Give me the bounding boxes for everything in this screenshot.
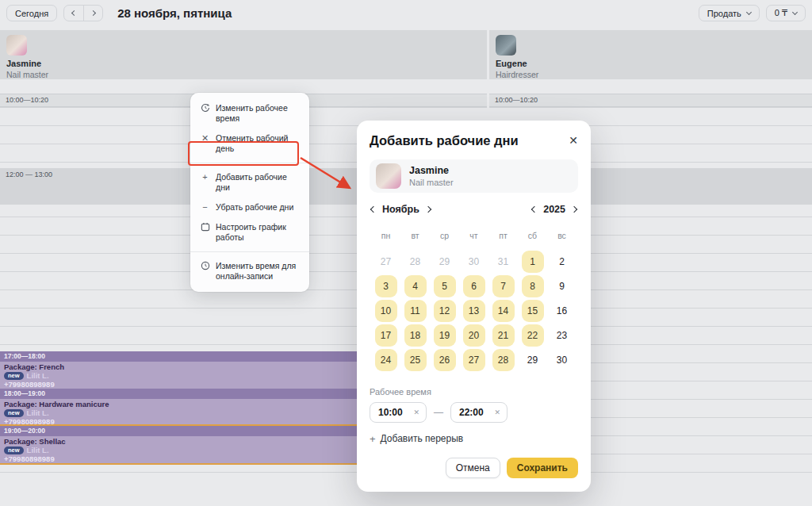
calendar-day[interactable]: 15 (522, 300, 544, 322)
calendar-day[interactable]: 7 (492, 275, 515, 297)
weekday-label: пн (381, 231, 390, 240)
calendar-day[interactable]: 17 (375, 324, 397, 347)
calendar-day[interactable]: 12 (434, 300, 456, 322)
start-time-input[interactable]: 10:00 ✕ (370, 402, 427, 423)
calendar-day[interactable]: 30 (463, 251, 485, 273)
save-button[interactable]: Сохранить (507, 458, 578, 478)
prev-month-icon[interactable] (370, 206, 377, 213)
month-label: Ноябрь (382, 204, 419, 215)
calendar-icon (200, 222, 210, 232)
calendar-day-label: 21 (498, 330, 508, 341)
weekday-header-row: пн вт ср чт пт сб вс (370, 231, 578, 240)
calendar-day[interactable]: 25 (404, 349, 427, 371)
calendar-day[interactable]: 5 (434, 275, 456, 297)
menu-item-add-working-days[interactable]: + Добавить рабочие дни (190, 167, 309, 197)
today-button[interactable]: Сегодня (6, 5, 57, 21)
end-time-value: 22:00 (459, 407, 484, 418)
schedule-context-menu: Изменить рабочее время ✕ Отменить рабочи… (190, 93, 309, 292)
modal-staff-info: Jasmine Nail master (409, 165, 454, 187)
weekday-label: сб (528, 231, 537, 240)
clear-icon[interactable]: ✕ (413, 408, 419, 416)
weekday-label: вт (411, 231, 419, 240)
plus-icon: + (370, 434, 376, 444)
calendar-day[interactable]: 23 (551, 324, 573, 347)
sell-button[interactable]: Продать (699, 5, 760, 21)
calendar-day-label: 2 (559, 256, 565, 267)
calendar-day[interactable]: 28 (404, 251, 427, 273)
chevron-left-icon (71, 10, 77, 16)
calendar-day[interactable]: 27 (463, 349, 485, 371)
topbar: Сегодня 28 ноября, пятница Продать 0 ₸ (0, 0, 812, 26)
calendar-day-label: 30 (469, 256, 479, 267)
calendar-day[interactable]: 9 (551, 275, 573, 297)
calendar-day[interactable]: 16 (551, 300, 573, 322)
staff-role: Nail master (409, 178, 454, 187)
menu-item-change-working-time[interactable]: Изменить рабочее время (190, 98, 309, 128)
calendar-day[interactable]: 29 (522, 349, 544, 371)
calendar-day-label: 27 (381, 256, 391, 267)
balance-label: 0 ₸ (775, 8, 787, 18)
calendar-day[interactable]: 28 (492, 349, 515, 371)
calendar-day-label: 14 (498, 305, 508, 316)
menu-item-label: Добавить рабочие дни (216, 172, 300, 193)
calendar-day[interactable]: 8 (522, 275, 544, 297)
calendar-day[interactable]: 22 (522, 324, 544, 347)
calendar-day[interactable]: 29 (434, 251, 456, 273)
calendar-day-label: 7 (500, 281, 506, 292)
status-badge: new (4, 372, 24, 380)
chevron-right-icon (90, 10, 96, 16)
close-icon[interactable]: ✕ (569, 135, 578, 146)
calendar-day[interactable]: 2 (551, 251, 573, 273)
calendar-day[interactable]: 4 (404, 275, 427, 297)
menu-item-change-online-booking-time[interactable]: Изменить время для онлайн-записи (190, 256, 309, 286)
calendar-day[interactable]: 18 (404, 324, 427, 347)
status-badge: new (4, 409, 24, 417)
staff-header-jasmine[interactable]: Jasmine Nail master (0, 30, 487, 79)
calendar-day-label: 1 (530, 256, 535, 267)
plus-icon: + (200, 172, 210, 182)
menu-item-remove-working-days[interactable]: − Убрать рабочие дни (190, 197, 309, 217)
annotation-highlight-box (188, 141, 299, 166)
calendar-day[interactable]: 20 (463, 324, 485, 347)
modal-title: Добавить рабочие дни (370, 133, 519, 148)
prev-day-button[interactable] (64, 6, 83, 21)
calendar-day-label: 22 (527, 330, 538, 341)
calendar-day[interactable]: 27 (375, 251, 397, 273)
calendar-day-label: 28 (498, 355, 508, 366)
avatar (496, 35, 516, 56)
minus-icon: − (200, 202, 210, 213)
calendar-day[interactable]: 31 (492, 251, 515, 273)
clear-icon[interactable]: ✕ (494, 408, 500, 416)
next-year-icon[interactable] (571, 206, 577, 213)
calendar-day[interactable]: 11 (404, 300, 427, 322)
calendar-navigation: Ноябрь 2025 (370, 203, 578, 216)
balance-button[interactable]: 0 ₸ (766, 5, 806, 21)
year-label: 2025 (543, 204, 565, 215)
next-month-icon[interactable] (425, 206, 431, 213)
calendar-day-label: 30 (557, 355, 567, 366)
menu-item-configure-schedule[interactable]: Настроить график работы (190, 217, 309, 247)
calendar-day[interactable]: 26 (434, 349, 456, 371)
end-time-input[interactable]: 22:00 ✕ (450, 402, 508, 423)
calendar-day[interactable]: 10 (375, 300, 397, 322)
calendar-day[interactable]: 3 (375, 275, 397, 297)
calendar-day[interactable]: 1 (522, 251, 544, 273)
staff-header-eugene[interactable]: Eugene Hairdresser (489, 30, 812, 79)
prev-year-icon[interactable] (531, 206, 538, 213)
calendar-day[interactable]: 21 (492, 324, 515, 347)
calendar-day[interactable]: 24 (375, 349, 397, 371)
sell-button-label: Продать (707, 9, 741, 18)
calendar-day[interactable]: 6 (463, 275, 485, 297)
calendar-day[interactable]: 19 (434, 324, 456, 347)
calendar-day-label: 23 (557, 330, 567, 341)
add-break-link[interactable]: + Добавить перерыв (370, 433, 578, 444)
next-day-button[interactable] (83, 6, 102, 21)
staff-name: Eugene (496, 59, 806, 68)
calendar-day[interactable]: 13 (463, 300, 485, 322)
cancel-button[interactable]: Отмена (446, 458, 500, 478)
weekday-label: вс (557, 231, 566, 240)
calendar-day-label: 15 (527, 305, 538, 316)
calendar-day[interactable]: 14 (492, 300, 515, 322)
calendar-day[interactable]: 30 (551, 349, 573, 371)
calendar-day-label: 25 (410, 355, 420, 366)
